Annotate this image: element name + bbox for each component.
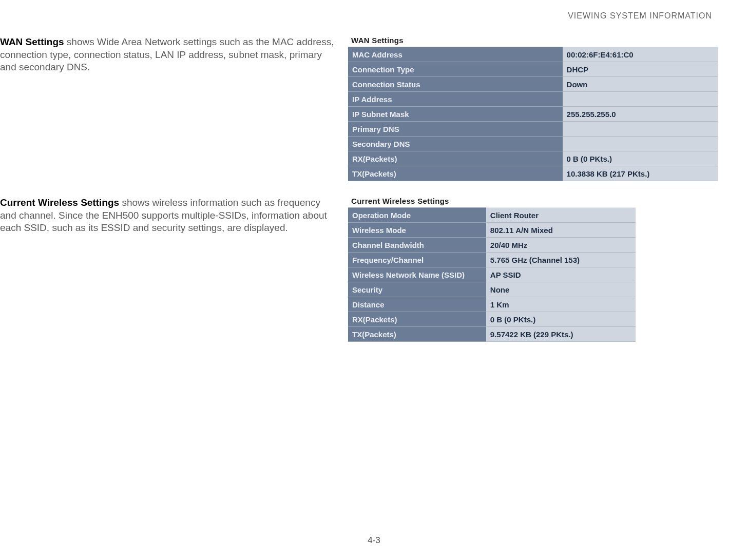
wireless-settings-table: Operation ModeClient Router Wireless Mod… bbox=[348, 207, 636, 342]
wan-row-value: Down bbox=[563, 77, 718, 92]
wan-settings-table: MAC Address00:02:6F:E4:61:C0 Connection … bbox=[348, 47, 718, 181]
wireless-section: Current Wireless Settings shows wireless… bbox=[0, 197, 748, 342]
table-row: IP Subnet Mask255.255.255.0 bbox=[348, 107, 718, 122]
wireless-table-title: Current Wireless Settings bbox=[351, 197, 717, 205]
wireless-row-value: Client Router bbox=[486, 208, 636, 223]
wireless-heading: Current Wireless Settings bbox=[0, 197, 119, 208]
wireless-row-label: RX(Packets) bbox=[348, 312, 486, 327]
table-row: Operation ModeClient Router bbox=[348, 208, 636, 223]
wan-table-title: WAN Settings bbox=[351, 36, 718, 45]
wireless-row-label: Wireless Network Name (SSID) bbox=[348, 267, 486, 282]
wireless-row-value: 1 Km bbox=[486, 297, 636, 312]
table-row: RX(Packets)0 B (0 PKts.) bbox=[348, 151, 718, 166]
table-row: Channel Bandwidth20/40 MHz bbox=[348, 238, 636, 253]
wan-row-value bbox=[563, 122, 718, 137]
wireless-row-label: Wireless Mode bbox=[348, 223, 486, 238]
wan-row-label: Connection Status bbox=[348, 77, 563, 92]
page-header: VIEWING SYSTEM INFORMATION bbox=[0, 0, 748, 21]
wireless-row-label: TX(Packets) bbox=[348, 327, 486, 342]
wireless-row-label: Channel Bandwidth bbox=[348, 238, 486, 253]
wan-row-value: 00:02:6F:E4:61:C0 bbox=[563, 47, 718, 62]
table-row: Primary DNS bbox=[348, 122, 718, 137]
wan-section-text: WAN Settings shows Wide Area Network set… bbox=[0, 36, 348, 74]
table-row: SecurityNone bbox=[348, 282, 636, 297]
wireless-row-value: 5.765 GHz (Channel 153) bbox=[486, 253, 636, 267]
table-row: Connection TypeDHCP bbox=[348, 62, 718, 77]
wireless-row-label: Frequency/Channel bbox=[348, 253, 486, 267]
table-row: Secondary DNS bbox=[348, 137, 718, 151]
wan-row-label: IP Address bbox=[348, 92, 563, 107]
wan-row-value: 0 B (0 PKts.) bbox=[563, 151, 718, 166]
table-row: TX(Packets)10.3838 KB (217 PKts.) bbox=[348, 166, 718, 181]
wireless-row-label: Distance bbox=[348, 297, 486, 312]
wireless-row-label: Operation Mode bbox=[348, 208, 486, 223]
table-row: TX(Packets)9.57422 KB (229 PKts.) bbox=[348, 327, 636, 342]
wan-row-value: 255.255.255.0 bbox=[563, 107, 718, 122]
wan-row-label: Primary DNS bbox=[348, 122, 563, 137]
wireless-row-value: 9.57422 KB (229 PKts.) bbox=[486, 327, 636, 342]
table-row: Wireless Network Name (SSID)AP SSID bbox=[348, 267, 636, 282]
wan-row-label: RX(Packets) bbox=[348, 151, 563, 166]
wan-row-label: Secondary DNS bbox=[348, 137, 563, 151]
wan-row-label: IP Subnet Mask bbox=[348, 107, 563, 122]
wan-row-value: 10.3838 KB (217 PKts.) bbox=[563, 166, 718, 181]
wan-section: WAN Settings shows Wide Area Network set… bbox=[0, 36, 748, 181]
wan-heading: WAN Settings bbox=[0, 36, 64, 47]
table-row: Connection StatusDown bbox=[348, 77, 718, 92]
wireless-row-value: 802.11 A/N Mixed bbox=[486, 223, 636, 238]
table-row: Distance1 Km bbox=[348, 297, 636, 312]
wireless-row-label: Security bbox=[348, 282, 486, 297]
wireless-section-text: Current Wireless Settings shows wireless… bbox=[0, 197, 348, 235]
wireless-table-wrap: Current Wireless Settings Operation Mode… bbox=[348, 197, 748, 342]
wireless-row-value: 0 B (0 PKts.) bbox=[486, 312, 636, 327]
table-row: Frequency/Channel5.765 GHz (Channel 153) bbox=[348, 253, 636, 267]
table-row: RX(Packets)0 B (0 PKts.) bbox=[348, 312, 636, 327]
page-number: 4-3 bbox=[368, 535, 380, 546]
wireless-row-value: AP SSID bbox=[486, 267, 636, 282]
table-row: IP Address bbox=[348, 92, 718, 107]
wan-row-value bbox=[563, 92, 718, 107]
wan-table-wrap: WAN Settings MAC Address00:02:6F:E4:61:C… bbox=[348, 36, 748, 181]
table-row: MAC Address00:02:6F:E4:61:C0 bbox=[348, 47, 718, 62]
wireless-row-value: 20/40 MHz bbox=[486, 238, 636, 253]
wan-row-label: TX(Packets) bbox=[348, 166, 563, 181]
wan-row-label: MAC Address bbox=[348, 47, 563, 62]
table-row: Wireless Mode802.11 A/N Mixed bbox=[348, 223, 636, 238]
wan-row-label: Connection Type bbox=[348, 62, 563, 77]
wan-row-value bbox=[563, 137, 718, 151]
wan-row-value: DHCP bbox=[563, 62, 718, 77]
wireless-row-value: None bbox=[486, 282, 636, 297]
